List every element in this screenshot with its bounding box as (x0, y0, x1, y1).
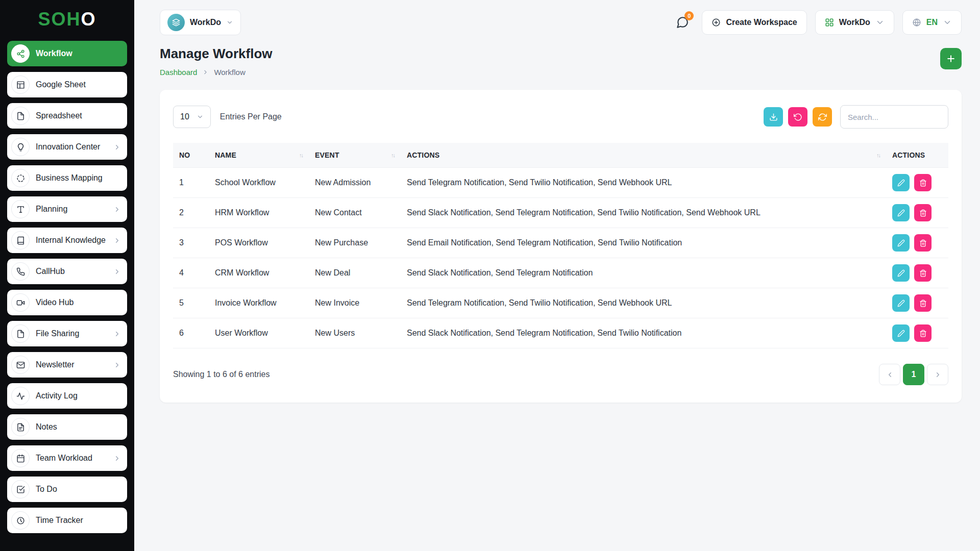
edit-button[interactable] (892, 234, 910, 252)
table-row: 6 User Workflow New Users Send Slack Not… (173, 318, 948, 348)
pagination-page-1[interactable]: 1 (903, 364, 924, 385)
delete-button[interactable] (914, 324, 932, 342)
header-event[interactable]: EVENT↑↓ (309, 143, 401, 167)
sidebar-item-label: File Sharing (36, 329, 107, 338)
toolbar-left: 10 Entries Per Page (173, 106, 282, 128)
download-icon (769, 113, 778, 121)
sidebar-item-label: Spreadsheet (36, 111, 121, 120)
sidebar-item-workflow[interactable]: Workflow (7, 41, 127, 66)
file-icon (11, 324, 30, 343)
search-input[interactable] (840, 105, 948, 129)
trash-icon (919, 239, 927, 247)
cell-actions: Send Slack Notification, Send Telegram N… (401, 258, 886, 288)
cell-name: POS Workflow (209, 228, 309, 258)
breadcrumb-dashboard-link[interactable]: Dashboard (160, 68, 197, 77)
sidebar-item-label: CallHub (36, 267, 107, 276)
sort-icon: ↑↓ (391, 152, 395, 158)
table-row: 3 POS Workflow New Purchase Send Email N… (173, 228, 948, 258)
header-actions[interactable]: ACTIONS↑↓ (401, 143, 886, 167)
refresh-icon (818, 113, 827, 121)
clock-icon (11, 511, 30, 530)
chevron-down-icon (197, 113, 204, 120)
main-area: WorkDo 0 Create Workspace WorkDo (134, 0, 980, 551)
messages-button[interactable]: 0 (671, 11, 694, 34)
sidebar-item-callhub[interactable]: CallHub (7, 259, 127, 284)
reset-button[interactable] (788, 107, 807, 127)
messages-badge: 0 (684, 11, 694, 20)
sidebar-item-notes[interactable]: Notes (7, 414, 127, 440)
create-workflow-button[interactable] (940, 48, 962, 69)
pagination: 1 (879, 364, 948, 385)
edit-button[interactable] (892, 294, 910, 312)
chevron-right-icon (113, 206, 121, 213)
sidebar-item-business-mapping[interactable]: Business Mapping (7, 165, 127, 191)
pagination-prev-button[interactable] (879, 364, 900, 385)
delete-button[interactable] (914, 294, 932, 312)
reload-button[interactable] (813, 107, 832, 127)
app-root: SOHO Workflow Google Sheet Spreadsheet I… (0, 0, 980, 551)
sort-icon: ↑↓ (876, 152, 880, 158)
sidebar-item-team-workload[interactable]: Team Workload (7, 445, 127, 471)
page-header: Manage Workflow Dashboard Workflow (160, 46, 962, 77)
cell-name: School Workflow (209, 168, 309, 198)
row-actions (892, 264, 942, 282)
sidebar-item-label: Activity Log (36, 391, 121, 400)
edit-button[interactable] (892, 174, 910, 191)
row-actions (892, 324, 942, 342)
calendar-icon (11, 449, 30, 467)
sidebar-item-planning[interactable]: Planning (7, 196, 127, 222)
export-button[interactable] (764, 107, 783, 127)
sidebar-item-video-hub[interactable]: Video Hub (7, 290, 127, 315)
apps-menu-button[interactable]: WorkDo (815, 10, 894, 35)
delete-button[interactable] (914, 264, 932, 282)
workspace-selector[interactable]: WorkDo (160, 10, 241, 35)
sidebar-item-label: Google Sheet (36, 80, 121, 89)
sidebar-item-file-sharing[interactable]: File Sharing (7, 321, 127, 346)
sidebar-item-internal-knowledge[interactable]: Internal Knowledge (7, 228, 127, 253)
delete-button[interactable] (914, 204, 932, 221)
video-icon (11, 293, 30, 312)
trash-icon (919, 299, 927, 307)
entries-per-page-select[interactable]: 10 (173, 106, 211, 128)
edit-button[interactable] (892, 324, 910, 342)
sidebar-item-label: Team Workload (36, 454, 107, 463)
sidebar-item-to-do[interactable]: To Do (7, 477, 127, 502)
cell-actions: Send Telegram Notification, Send Twilio … (401, 288, 886, 318)
pencil-icon (897, 209, 905, 217)
language-selector[interactable]: EN (902, 10, 962, 35)
edit-button[interactable] (892, 264, 910, 282)
sidebar-item-label: Notes (36, 422, 121, 432)
sidebar-item-google-sheet[interactable]: Google Sheet (7, 72, 127, 97)
sidebar-item-label: Workflow (36, 49, 121, 58)
sidebar-item-label: Video Hub (36, 298, 121, 307)
sidebar-item-innovation-center[interactable]: Innovation Center (7, 134, 127, 160)
brand-logo[interactable]: SOHO (0, 0, 134, 39)
create-workspace-button[interactable]: Create Workspace (702, 10, 806, 35)
undo-icon (794, 113, 802, 121)
breadcrumb: Dashboard Workflow (160, 68, 273, 77)
chevron-left-icon (886, 371, 894, 379)
page-content: Manage Workflow Dashboard Workflow 10 (134, 39, 980, 551)
edit-button[interactable] (892, 204, 910, 221)
workspace-avatar (167, 14, 185, 31)
topbar: WorkDo 0 Create Workspace WorkDo (134, 0, 980, 39)
chevron-down-icon (943, 18, 952, 27)
language-label: EN (926, 18, 938, 27)
book-icon (11, 231, 30, 249)
header-name[interactable]: NAME↑↓ (209, 143, 309, 167)
sidebar-item-newsletter[interactable]: Newsletter (7, 352, 127, 378)
page-title: Manage Workflow (160, 46, 273, 62)
cell-no: 5 (173, 288, 209, 318)
sidebar-item-activity-log[interactable]: Activity Log (7, 383, 127, 409)
pagination-next-button[interactable] (927, 364, 948, 385)
entries-per-page-value: 10 (180, 112, 189, 121)
sidebar-item-time-tracker[interactable]: Time Tracker (7, 508, 127, 533)
row-actions (892, 174, 942, 191)
workflow-table-card: 10 Entries Per Page (160, 90, 962, 403)
grid-icon (825, 18, 834, 27)
sidebar-item-spreadsheet[interactable]: Spreadsheet (7, 103, 127, 129)
topbar-actions: 0 Create Workspace WorkDo EN (671, 10, 962, 35)
dashed-circle-icon (11, 169, 30, 187)
delete-button[interactable] (914, 234, 932, 252)
delete-button[interactable] (914, 174, 932, 191)
